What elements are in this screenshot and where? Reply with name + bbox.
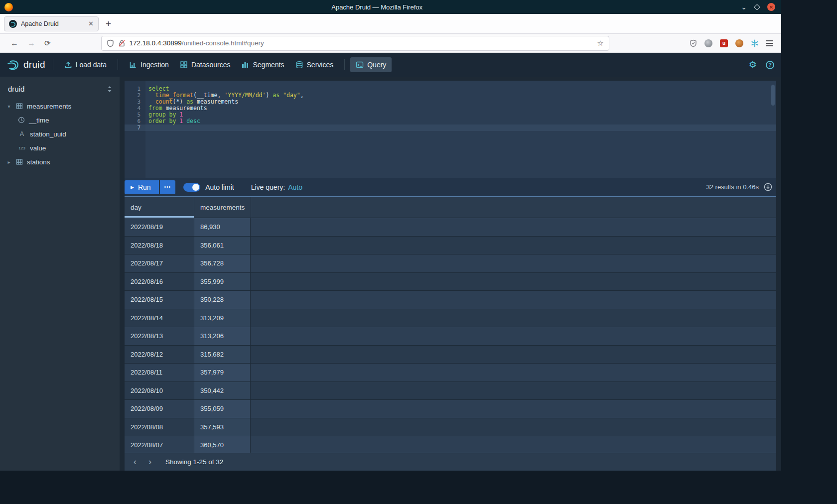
results-body: 2022/08/1986,9302022/08/18356,0612022/08… [125, 218, 776, 453]
table-cell[interactable]: 2022/08/18 [125, 237, 194, 254]
pocket-icon[interactable] [690, 39, 697, 47]
table-cell [251, 327, 776, 345]
nav-load-data[interactable]: Load data [59, 57, 112, 72]
druid-logo[interactable]: druid [7, 59, 45, 71]
auto-limit-toggle[interactable] [183, 183, 200, 192]
table-cell[interactable]: 2022/08/12 [125, 346, 194, 364]
table-cell[interactable]: 355,059 [194, 400, 251, 418]
table-cell[interactable]: 2022/08/19 [125, 218, 194, 236]
code-line[interactable]: order by 1 desc [145, 118, 776, 125]
table-cell[interactable]: 2022/08/07 [125, 436, 194, 453]
table-cell[interactable]: 313,209 [194, 309, 251, 327]
account-extension-icon[interactable] [704, 39, 712, 47]
schema-name: druid [8, 85, 24, 93]
table-cell[interactable]: 313,206 [194, 327, 251, 345]
line-number: 6 [125, 118, 145, 125]
double-caret-icon[interactable] [107, 86, 113, 93]
code-line[interactable]: count(*) as measurements [145, 99, 776, 105]
run-bar: ▶ Run ••• Auto limit Live query: Auto 32… [125, 178, 776, 197]
pinwheel-extension-icon[interactable] [751, 39, 759, 47]
tree-label: station_uuid [30, 130, 66, 138]
tree-item-station-uuid[interactable]: A station_uuid [0, 127, 120, 141]
schema-selector[interactable]: druid [0, 85, 120, 99]
bookmark-star-icon[interactable]: ☆ [597, 39, 603, 48]
nav-ingestion[interactable]: Ingestion [124, 57, 174, 72]
tree-item-stations[interactable]: ▸ stations [0, 155, 120, 169]
settings-gear-icon[interactable]: ⚙ [749, 59, 757, 70]
sql-editor[interactable]: 1234567 select time_format(__time, 'YYYY… [125, 81, 776, 178]
tree-label: stations [27, 158, 50, 166]
run-button[interactable]: ▶ Run [125, 180, 159, 194]
nav-label: Query [367, 61, 386, 69]
table-cell[interactable]: 2022/08/16 [125, 273, 194, 291]
next-page-icon[interactable]: › [142, 455, 157, 469]
menu-icon[interactable] [766, 40, 773, 46]
reload-button[interactable]: ⟳ [44, 39, 51, 48]
insecure-lock-icon[interactable] [118, 39, 126, 47]
line-number: 7 [125, 125, 145, 131]
back-button[interactable]: ← [10, 39, 18, 48]
ublock-extension-icon[interactable]: u [720, 39, 728, 47]
column-header-measurements[interactable]: measurements [194, 197, 251, 218]
chevron-down-icon[interactable]: ▾ [6, 104, 12, 109]
string-type-icon: A [18, 130, 26, 137]
shield-icon[interactable] [107, 39, 114, 47]
table-cell[interactable]: 355,999 [194, 273, 251, 291]
table-cell[interactable]: 2022/08/10 [125, 382, 194, 400]
window-minimize-icon[interactable]: ⌄ [741, 3, 747, 10]
nav-segments[interactable]: Segments [236, 57, 289, 72]
code-line[interactable] [145, 125, 776, 131]
chevron-right-icon[interactable]: ▸ [6, 159, 12, 165]
table-cell[interactable]: 86,930 [194, 218, 251, 236]
table-cell[interactable]: 357,593 [194, 418, 251, 436]
tab-close-icon[interactable]: ✕ [88, 20, 94, 27]
tree-item-measurements[interactable]: ▾ measurements [0, 99, 120, 113]
table-cell[interactable]: 2022/08/17 [125, 254, 194, 272]
table-cell[interactable]: 2022/08/13 [125, 327, 194, 345]
prev-page-icon[interactable]: ‹ [128, 455, 142, 469]
window-close-icon[interactable]: ✕ [767, 3, 775, 11]
forward-button[interactable]: → [27, 39, 35, 48]
window-titlebar: Apache Druid — Mozilla Firefox ⌄ ✕ [0, 0, 781, 14]
nav-query[interactable]: Query [350, 57, 392, 72]
column-header-label: measurements [200, 204, 245, 211]
table-cell[interactable]: 356,728 [194, 254, 251, 272]
editor-scrollbar[interactable] [771, 85, 775, 106]
tree-item-value[interactable]: 123 value [0, 141, 120, 155]
editor-gutter: 1234567 [125, 81, 145, 178]
code-line[interactable]: time_format(__time, 'YYYY/MM/dd') as "da… [145, 92, 776, 99]
table-cell [251, 436, 776, 453]
run-more-button[interactable]: ••• [160, 180, 176, 194]
table-cell[interactable]: 350,442 [194, 382, 251, 400]
column-header-day[interactable]: day [125, 197, 194, 218]
results-header-row: day measurements [125, 197, 776, 218]
line-number: 1 [125, 86, 145, 92]
tree-item-time[interactable]: __time [0, 113, 120, 127]
table-cell[interactable]: 2022/08/14 [125, 309, 194, 327]
table-cell[interactable]: 350,228 [194, 291, 251, 309]
divider [118, 59, 118, 70]
code-line[interactable]: group by 1 [145, 112, 776, 118]
new-tab-button[interactable]: + [106, 18, 111, 29]
table-cell[interactable]: 2022/08/09 [125, 400, 194, 418]
download-icon[interactable] [764, 183, 772, 191]
divider [344, 59, 345, 70]
table-cell[interactable]: 2022/08/08 [125, 418, 194, 436]
table-cell[interactable]: 360,570 [194, 436, 251, 453]
badger-extension-icon[interactable] [735, 39, 743, 47]
nav-services[interactable]: Services [290, 57, 339, 72]
live-query-value[interactable]: Auto [288, 183, 302, 191]
table-cell[interactable]: 2022/08/11 [125, 364, 194, 381]
editor-code[interactable]: select time_format(__time, 'YYYY/MM/dd')… [145, 81, 776, 178]
tab-favicon [9, 20, 17, 28]
table-cell[interactable]: 315,682 [194, 346, 251, 364]
code-line[interactable]: from measurements [145, 105, 776, 112]
browser-tab[interactable]: Apache Druid ✕ [4, 16, 99, 31]
table-cell[interactable]: 357,979 [194, 364, 251, 381]
nav-datasources[interactable]: Datasources [174, 57, 236, 72]
table-cell[interactable]: 2022/08/15 [125, 291, 194, 309]
table-cell[interactable]: 356,061 [194, 237, 251, 254]
url-bar[interactable]: 172.18.0.4:30899/unified-console.html#qu… [101, 36, 609, 51]
help-icon[interactable]: ? [766, 61, 774, 69]
window-maximize-icon[interactable] [754, 4, 760, 10]
